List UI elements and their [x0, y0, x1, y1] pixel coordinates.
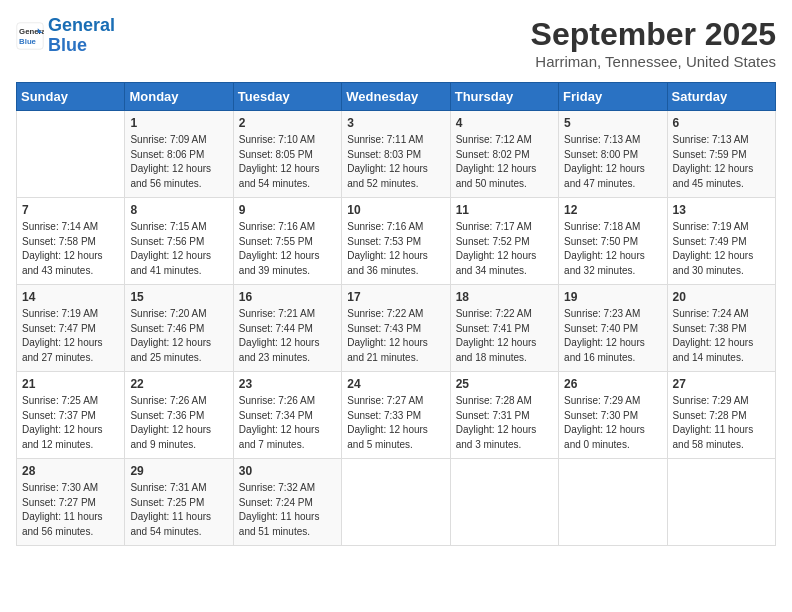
day-number: 4 [456, 116, 553, 130]
calendar-cell: 14Sunrise: 7:19 AM Sunset: 7:47 PM Dayli… [17, 285, 125, 372]
day-number: 5 [564, 116, 661, 130]
day-info: Sunrise: 7:32 AM Sunset: 7:24 PM Dayligh… [239, 481, 336, 539]
calendar-cell: 21Sunrise: 7:25 AM Sunset: 7:37 PM Dayli… [17, 372, 125, 459]
logo-text-line1: General [48, 16, 115, 36]
day-info: Sunrise: 7:23 AM Sunset: 7:40 PM Dayligh… [564, 307, 661, 365]
calendar-cell: 22Sunrise: 7:26 AM Sunset: 7:36 PM Dayli… [125, 372, 233, 459]
week-row-2: 14Sunrise: 7:19 AM Sunset: 7:47 PM Dayli… [17, 285, 776, 372]
calendar-cell: 16Sunrise: 7:21 AM Sunset: 7:44 PM Dayli… [233, 285, 341, 372]
day-number: 29 [130, 464, 227, 478]
day-info: Sunrise: 7:09 AM Sunset: 8:06 PM Dayligh… [130, 133, 227, 191]
day-info: Sunrise: 7:14 AM Sunset: 7:58 PM Dayligh… [22, 220, 119, 278]
header-cell-wednesday: Wednesday [342, 83, 450, 111]
day-info: Sunrise: 7:19 AM Sunset: 7:49 PM Dayligh… [673, 220, 770, 278]
calendar-cell: 23Sunrise: 7:26 AM Sunset: 7:34 PM Dayli… [233, 372, 341, 459]
day-number: 6 [673, 116, 770, 130]
day-info: Sunrise: 7:24 AM Sunset: 7:38 PM Dayligh… [673, 307, 770, 365]
day-number: 24 [347, 377, 444, 391]
logo: General Blue General Blue [16, 16, 115, 56]
calendar-cell: 9Sunrise: 7:16 AM Sunset: 7:55 PM Daylig… [233, 198, 341, 285]
week-row-1: 7Sunrise: 7:14 AM Sunset: 7:58 PM Daylig… [17, 198, 776, 285]
day-info: Sunrise: 7:29 AM Sunset: 7:30 PM Dayligh… [564, 394, 661, 452]
week-row-0: 1Sunrise: 7:09 AM Sunset: 8:06 PM Daylig… [17, 111, 776, 198]
logo-text-line2: Blue [48, 36, 115, 56]
day-number: 17 [347, 290, 444, 304]
day-info: Sunrise: 7:27 AM Sunset: 7:33 PM Dayligh… [347, 394, 444, 452]
calendar-cell: 11Sunrise: 7:17 AM Sunset: 7:52 PM Dayli… [450, 198, 558, 285]
logo-icon: General Blue [16, 22, 44, 50]
calendar-cell [450, 459, 558, 546]
day-info: Sunrise: 7:19 AM Sunset: 7:47 PM Dayligh… [22, 307, 119, 365]
day-number: 15 [130, 290, 227, 304]
day-number: 11 [456, 203, 553, 217]
day-info: Sunrise: 7:31 AM Sunset: 7:25 PM Dayligh… [130, 481, 227, 539]
calendar-cell [342, 459, 450, 546]
day-info: Sunrise: 7:10 AM Sunset: 8:05 PM Dayligh… [239, 133, 336, 191]
day-number: 25 [456, 377, 553, 391]
day-info: Sunrise: 7:22 AM Sunset: 7:43 PM Dayligh… [347, 307, 444, 365]
day-info: Sunrise: 7:28 AM Sunset: 7:31 PM Dayligh… [456, 394, 553, 452]
day-number: 12 [564, 203, 661, 217]
calendar-cell: 4Sunrise: 7:12 AM Sunset: 8:02 PM Daylig… [450, 111, 558, 198]
calendar-cell: 26Sunrise: 7:29 AM Sunset: 7:30 PM Dayli… [559, 372, 667, 459]
calendar-cell: 20Sunrise: 7:24 AM Sunset: 7:38 PM Dayli… [667, 285, 775, 372]
day-info: Sunrise: 7:16 AM Sunset: 7:55 PM Dayligh… [239, 220, 336, 278]
day-number: 23 [239, 377, 336, 391]
calendar-cell: 28Sunrise: 7:30 AM Sunset: 7:27 PM Dayli… [17, 459, 125, 546]
day-number: 10 [347, 203, 444, 217]
calendar-cell: 5Sunrise: 7:13 AM Sunset: 8:00 PM Daylig… [559, 111, 667, 198]
page-header: General Blue General Blue September 2025… [16, 16, 776, 70]
day-number: 1 [130, 116, 227, 130]
day-number: 13 [673, 203, 770, 217]
header-row: SundayMondayTuesdayWednesdayThursdayFrid… [17, 83, 776, 111]
calendar-table: SundayMondayTuesdayWednesdayThursdayFrid… [16, 82, 776, 546]
calendar-cell: 29Sunrise: 7:31 AM Sunset: 7:25 PM Dayli… [125, 459, 233, 546]
day-number: 22 [130, 377, 227, 391]
calendar-cell: 15Sunrise: 7:20 AM Sunset: 7:46 PM Dayli… [125, 285, 233, 372]
calendar-header: SundayMondayTuesdayWednesdayThursdayFrid… [17, 83, 776, 111]
calendar-cell [559, 459, 667, 546]
location: Harriman, Tennessee, United States [531, 53, 776, 70]
day-info: Sunrise: 7:12 AM Sunset: 8:02 PM Dayligh… [456, 133, 553, 191]
day-info: Sunrise: 7:22 AM Sunset: 7:41 PM Dayligh… [456, 307, 553, 365]
day-info: Sunrise: 7:29 AM Sunset: 7:28 PM Dayligh… [673, 394, 770, 452]
day-info: Sunrise: 7:11 AM Sunset: 8:03 PM Dayligh… [347, 133, 444, 191]
day-number: 26 [564, 377, 661, 391]
day-info: Sunrise: 7:20 AM Sunset: 7:46 PM Dayligh… [130, 307, 227, 365]
calendar-cell: 1Sunrise: 7:09 AM Sunset: 8:06 PM Daylig… [125, 111, 233, 198]
day-number: 9 [239, 203, 336, 217]
calendar-cell: 27Sunrise: 7:29 AM Sunset: 7:28 PM Dayli… [667, 372, 775, 459]
day-info: Sunrise: 7:30 AM Sunset: 7:27 PM Dayligh… [22, 481, 119, 539]
header-cell-monday: Monday [125, 83, 233, 111]
calendar-body: 1Sunrise: 7:09 AM Sunset: 8:06 PM Daylig… [17, 111, 776, 546]
day-info: Sunrise: 7:26 AM Sunset: 7:34 PM Dayligh… [239, 394, 336, 452]
month-title: September 2025 [531, 16, 776, 53]
week-row-4: 28Sunrise: 7:30 AM Sunset: 7:27 PM Dayli… [17, 459, 776, 546]
day-info: Sunrise: 7:25 AM Sunset: 7:37 PM Dayligh… [22, 394, 119, 452]
calendar-cell: 10Sunrise: 7:16 AM Sunset: 7:53 PM Dayli… [342, 198, 450, 285]
day-number: 21 [22, 377, 119, 391]
day-info: Sunrise: 7:18 AM Sunset: 7:50 PM Dayligh… [564, 220, 661, 278]
calendar-cell: 3Sunrise: 7:11 AM Sunset: 8:03 PM Daylig… [342, 111, 450, 198]
day-number: 3 [347, 116, 444, 130]
day-number: 16 [239, 290, 336, 304]
calendar-cell [667, 459, 775, 546]
calendar-cell: 24Sunrise: 7:27 AM Sunset: 7:33 PM Dayli… [342, 372, 450, 459]
day-number: 7 [22, 203, 119, 217]
calendar-cell: 17Sunrise: 7:22 AM Sunset: 7:43 PM Dayli… [342, 285, 450, 372]
svg-text:Blue: Blue [19, 37, 37, 46]
day-number: 27 [673, 377, 770, 391]
calendar-cell: 2Sunrise: 7:10 AM Sunset: 8:05 PM Daylig… [233, 111, 341, 198]
header-cell-saturday: Saturday [667, 83, 775, 111]
header-cell-tuesday: Tuesday [233, 83, 341, 111]
calendar-cell: 12Sunrise: 7:18 AM Sunset: 7:50 PM Dayli… [559, 198, 667, 285]
day-info: Sunrise: 7:15 AM Sunset: 7:56 PM Dayligh… [130, 220, 227, 278]
day-info: Sunrise: 7:13 AM Sunset: 8:00 PM Dayligh… [564, 133, 661, 191]
calendar-cell: 13Sunrise: 7:19 AM Sunset: 7:49 PM Dayli… [667, 198, 775, 285]
day-number: 19 [564, 290, 661, 304]
week-row-3: 21Sunrise: 7:25 AM Sunset: 7:37 PM Dayli… [17, 372, 776, 459]
day-info: Sunrise: 7:16 AM Sunset: 7:53 PM Dayligh… [347, 220, 444, 278]
day-number: 2 [239, 116, 336, 130]
calendar-cell: 6Sunrise: 7:13 AM Sunset: 7:59 PM Daylig… [667, 111, 775, 198]
calendar-cell: 19Sunrise: 7:23 AM Sunset: 7:40 PM Dayli… [559, 285, 667, 372]
